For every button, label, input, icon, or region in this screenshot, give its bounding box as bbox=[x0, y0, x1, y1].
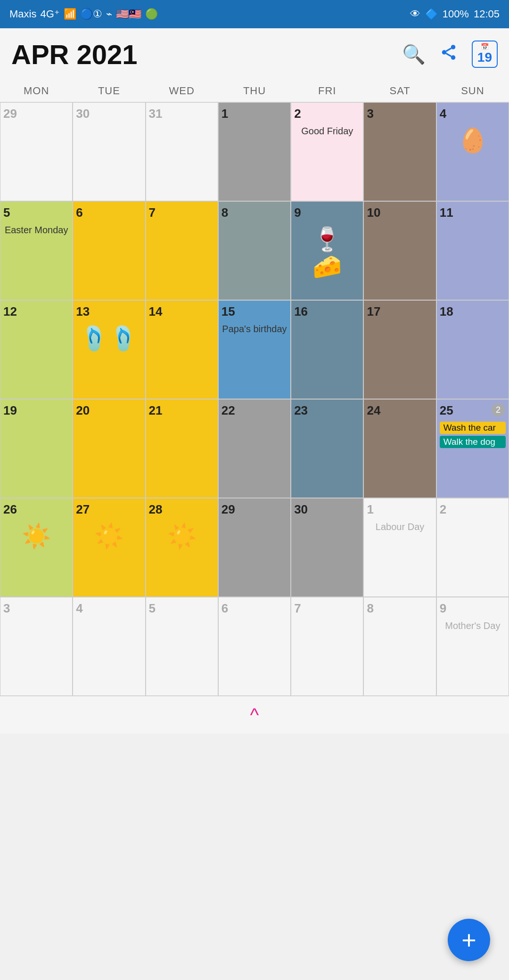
day-number: 18 bbox=[440, 304, 506, 319]
day-number: 23 bbox=[294, 403, 360, 418]
day-cell[interactable]: 2 bbox=[436, 498, 509, 597]
day-number: 29 bbox=[222, 502, 287, 517]
day-cell[interactable]: 3 bbox=[363, 102, 436, 201]
day-cell[interactable]: 31 bbox=[146, 102, 218, 201]
day-cell[interactable]: 24 bbox=[363, 399, 436, 498]
wine-cheese-emoji: 🍷🧀 bbox=[294, 226, 360, 280]
day-number: 1 bbox=[367, 502, 433, 517]
day-number: 31 bbox=[149, 106, 215, 121]
day-cell[interactable]: 2 Good Friday bbox=[291, 102, 363, 201]
day-cell[interactable]: 14 bbox=[146, 300, 218, 399]
sun-emoji: ☀️ bbox=[76, 523, 142, 550]
day-cell[interactable]: 30 bbox=[291, 498, 363, 597]
signal-icon: 📶 bbox=[64, 8, 76, 20]
svg-line-4 bbox=[446, 48, 451, 51]
day-number: 8 bbox=[222, 205, 287, 220]
search-icon[interactable]: 🔍 bbox=[402, 43, 426, 65]
day-number: 30 bbox=[294, 502, 360, 517]
day-cell[interactable]: 11 bbox=[436, 201, 509, 300]
day-number: 5 bbox=[149, 601, 215, 616]
holiday-label: Mother's Day bbox=[440, 620, 506, 632]
day-number: 6 bbox=[222, 601, 287, 616]
today-day-number: 19 bbox=[477, 50, 492, 65]
day-cell[interactable]: 16 bbox=[291, 300, 363, 399]
calendar-grid: 29 30 31 1 2 Good Friday 3 4 🥚 5 Easter … bbox=[0, 102, 509, 696]
day-cell[interactable]: 6 bbox=[218, 597, 291, 696]
svg-point-1 bbox=[442, 50, 447, 55]
sun-emoji: ☀️ bbox=[149, 523, 215, 550]
day-cell[interactable]: 9 🍷🧀 bbox=[291, 201, 363, 300]
day-cell[interactable]: 5 Easter Monday bbox=[0, 201, 73, 300]
day-cell[interactable]: 3 bbox=[0, 597, 73, 696]
weekday-fri: FRI bbox=[291, 80, 363, 102]
holiday-label: Good Friday bbox=[294, 125, 360, 137]
share-icon[interactable] bbox=[440, 43, 458, 65]
day-number: 16 bbox=[294, 304, 360, 319]
day-number: 12 bbox=[3, 304, 69, 319]
svg-point-0 bbox=[451, 45, 456, 49]
today-button[interactable]: 📅 19 bbox=[472, 41, 498, 68]
sandals-emoji: 🩴🩴 bbox=[76, 325, 142, 352]
status-left: Maxis 4G⁺ 📶 🔵① ⌁ 🇺🇸🇲🇾 🟢 bbox=[9, 8, 158, 20]
day-cell[interactable]: 22 bbox=[218, 399, 291, 498]
day-cell[interactable]: 19 bbox=[0, 399, 73, 498]
eye-icon: 👁 bbox=[410, 8, 420, 20]
day-cell[interactable]: 7 bbox=[291, 597, 363, 696]
day-cell-apr25[interactable]: 25 2 Wash the car Walk the dog bbox=[436, 399, 509, 498]
day-cell[interactable]: 4 bbox=[73, 597, 145, 696]
weekday-sun: SUN bbox=[436, 80, 509, 102]
day-number: 5 bbox=[3, 205, 69, 220]
weekday-header: MON TUE WED THU FRI SAT SUN bbox=[0, 80, 509, 102]
day-cell[interactable]: 20 bbox=[73, 399, 145, 498]
network-icon: 4G⁺ bbox=[40, 8, 59, 20]
day-number: 8 bbox=[367, 601, 433, 616]
day-cell[interactable]: 12 bbox=[0, 300, 73, 399]
day-cell[interactable]: 21 bbox=[146, 399, 218, 498]
day-number: 22 bbox=[222, 403, 287, 418]
day-number: 10 bbox=[367, 205, 433, 220]
wash-car-event[interactable]: Wash the car bbox=[440, 422, 506, 434]
day-cell[interactable]: 8 bbox=[218, 201, 291, 300]
day-cell[interactable]: 27 ☀️ bbox=[73, 498, 145, 597]
day-cell[interactable]: 10 bbox=[363, 201, 436, 300]
day-cell[interactable]: 26 ☀️ bbox=[0, 498, 73, 597]
day-number: 1 bbox=[222, 106, 287, 121]
day-number: 2 bbox=[440, 502, 506, 517]
calendar-icon-label: 📅 bbox=[481, 43, 489, 50]
day-cell[interactable]: 5 bbox=[146, 597, 218, 696]
day-cell[interactable]: 1 bbox=[218, 102, 291, 201]
day-cell[interactable]: 28 ☀️ bbox=[146, 498, 218, 597]
bluetooth-icon: 🔷 bbox=[425, 8, 438, 20]
event-count-badge: 2 bbox=[492, 403, 505, 416]
weekday-sat: SAT bbox=[363, 80, 436, 102]
day-cell[interactable]: 9 Mother's Day bbox=[436, 597, 509, 696]
plus-icon: + bbox=[461, 925, 476, 955]
day-cell[interactable]: 29 bbox=[0, 102, 73, 201]
day-cell[interactable]: 23 bbox=[291, 399, 363, 498]
day-cell[interactable]: 30 bbox=[73, 102, 145, 201]
day-number: 14 bbox=[149, 304, 215, 319]
weekday-thu: THU bbox=[218, 80, 291, 102]
day-number: 28 bbox=[149, 502, 215, 517]
up-chevron-icon[interactable]: ^ bbox=[250, 704, 259, 726]
holiday-label: Easter Monday bbox=[3, 224, 69, 236]
day-cell[interactable]: 6 bbox=[73, 201, 145, 300]
day-number: 9 bbox=[440, 601, 506, 616]
day-cell[interactable]: 1 Labour Day bbox=[363, 498, 436, 597]
day-cell[interactable]: 18 bbox=[436, 300, 509, 399]
day-cell[interactable]: 13 🩴🩴 bbox=[73, 300, 145, 399]
walk-dog-event[interactable]: Walk the dog bbox=[440, 436, 506, 448]
day-number: 20 bbox=[76, 403, 142, 418]
day-cell[interactable]: 17 bbox=[363, 300, 436, 399]
day-number: 27 bbox=[76, 502, 142, 517]
battery-label: 100% bbox=[443, 8, 469, 20]
day-cell[interactable]: 8 bbox=[363, 597, 436, 696]
day-cell[interactable]: 7 bbox=[146, 201, 218, 300]
calendar-header: APR 2021 🔍 📅 19 bbox=[0, 28, 509, 80]
whatsapp-icon: 🟢 bbox=[145, 8, 158, 20]
weekday-tue: TUE bbox=[73, 80, 145, 102]
day-cell[interactable]: 4 🥚 bbox=[436, 102, 509, 201]
day-cell[interactable]: 29 bbox=[218, 498, 291, 597]
add-event-fab[interactable]: + bbox=[448, 919, 490, 961]
day-cell[interactable]: 15 Papa's birthday bbox=[218, 300, 291, 399]
